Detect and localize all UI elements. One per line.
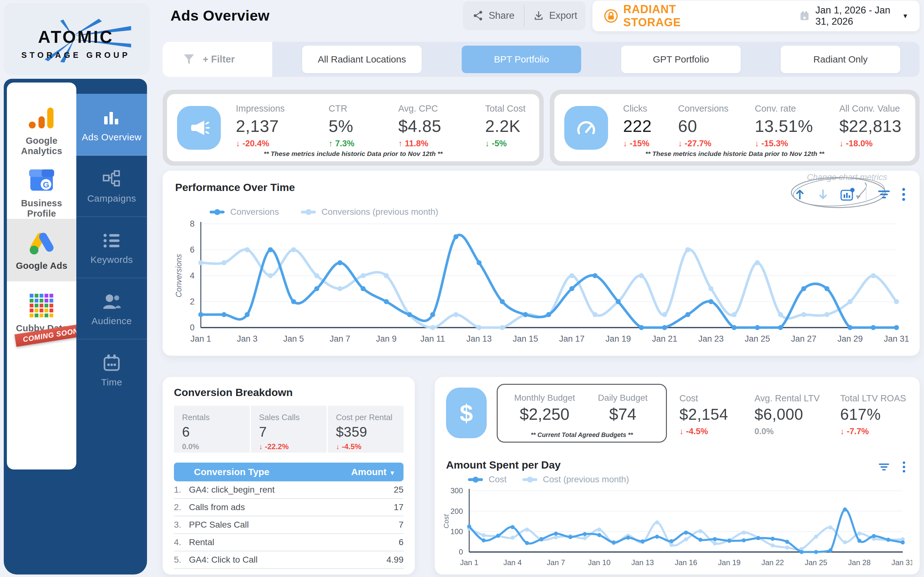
nav-item-keywords[interactable]: Keywords [76,216,147,278]
svg-text:2: 2 [190,297,195,306]
arrow-down-icon: ↓ [259,442,263,451]
filter-bpt-portfolio[interactable]: BPT Portfolio [462,46,581,73]
table-row[interactable]: 3.PPC Sales Call7 [174,516,404,534]
nav-item-ads-overview[interactable]: Ads Overview [76,94,147,156]
spend-chart-title: Amount Spent per Day [446,459,561,471]
kebab-menu-icon[interactable] [901,187,906,201]
brand-date-card: RADIANT STORAGE Jan 1, 2026 - Jan 31, 20… [593,1,920,31]
svg-text:G: G [43,180,49,189]
page-next-button[interactable]: › [399,574,404,577]
legend-cost-previous[interactable]: Cost (previous month) [522,474,629,485]
svg-text:200: 200 [451,507,463,516]
company-logo-card: ATOMIC STORAGE GROUP [4,3,150,75]
svg-text:Jan 19: Jan 19 [606,334,631,343]
report-nav: Ads Overview Campaigns Keywords Audience [76,79,147,574]
arrow-down-icon: ↓ [840,427,845,436]
chevron-down-icon[interactable]: ▼ [902,13,908,20]
legend-cost[interactable]: Cost [468,474,507,485]
svg-text:Jan 4: Jan 4 [503,558,522,567]
svg-text:Jan 13: Jan 13 [631,558,654,567]
date-range-selector[interactable]: Jan 1, 2026 - Jan 31, 2026 [816,5,902,27]
svg-text:STORAGE GROUP: STORAGE GROUP [21,51,130,60]
page-prev-button[interactable]: ‹ [380,574,385,577]
arrow-down-icon: ↓ [679,427,684,436]
svg-text:Jan 21: Jan 21 [652,334,677,343]
filter-radiant-only[interactable]: Radiant Only [781,46,900,73]
historic-data-footnote: ** These metrics include historic Data p… [167,150,539,158]
metric-clicks: Clicks 222 ↓ -15% [623,103,652,148]
sidebar: Google Analytics G Business Profile Goog… [4,79,147,574]
svg-text:Jan 19: Jan 19 [718,558,741,567]
table-header[interactable]: Conversion Type Amount ▼ [174,463,404,481]
budget-spend-card: $ Monthly Budget $2,250 Daily Budget $74… [435,377,920,574]
filter-lines-icon[interactable] [878,189,890,200]
metric-conversions: Conversions 60 ↓ -27.7% [678,103,729,148]
historic-data-footnote: ** These metrics include historic Data p… [554,150,915,158]
chart-legend: Conversions Conversions (previous month) [210,207,438,217]
performance-over-time-card: Performance Over Time Change chart metri… [163,171,920,356]
svg-text:Jan 22: Jan 22 [761,558,784,567]
brand-name: RADIANT STORAGE [624,3,709,29]
nav-item-campaigns[interactable]: Campaigns [76,155,147,217]
conversion-breakdown-card: Conversion Breakdown Rentals 6 0.0% Sale… [163,377,415,574]
divider [866,186,866,203]
svg-text:Jan 3: Jan 3 [237,334,257,343]
svg-text:Jan 25: Jan 25 [805,558,827,567]
metric-avg-rental-ltv: Avg. Rental LTV $6,000 0.0% [754,393,819,436]
sidebar-item-google-analytics[interactable]: Google Analytics [7,94,76,156]
budgets-footnote: ** Current Total Agreed Budgets ** [498,431,666,438]
kebab-menu-icon[interactable] [902,461,906,473]
legend-conversions[interactable]: Conversions [210,207,279,217]
sort-desc-icon: ▼ [389,469,396,476]
svg-text:Jan 16: Jan 16 [675,558,697,567]
megaphone-icon [177,106,221,150]
business-profile-icon: G [7,156,76,193]
filter-gpt-portfolio[interactable]: GPT Portfolio [621,46,741,73]
bar-chart-icon [76,94,147,126]
campaigns-flow-icon [76,155,147,187]
metric-avg-cpc: Avg. CPC $4.85 ↑ 11.8% [398,103,441,148]
stat-cost-per-rental: Cost per Rental $359 ↓ -4.5% [328,406,404,453]
svg-text:Jan 31: Jan 31 [884,334,909,343]
nav-item-time[interactable]: Time [76,339,147,400]
nav-item-audience[interactable]: Audience [76,277,147,340]
svg-text:Jan 13: Jan 13 [466,334,492,343]
svg-text:Jan 25: Jan 25 [745,334,770,343]
chart-toolbar [794,186,906,203]
export-button[interactable]: Export [525,1,586,30]
svg-text:Jan 1: Jan 1 [191,334,211,343]
table-row[interactable]: 1.GA4: click_begin_rent25 [174,481,404,499]
table-row[interactable]: 5.GA4: Click to Call4.99 [174,551,404,569]
sort-down-icon[interactable] [817,188,829,201]
metric-total-ltv-roas: Total LTV ROAS 617% ↓ -7.7% [840,393,906,436]
svg-text:Jan 17: Jan 17 [559,334,585,343]
sidebar-item-business-profile[interactable]: G Business Profile [7,156,76,219]
time-calendar-icon [76,339,147,371]
daily-budget: Daily Budget $74 [591,393,654,424]
sidebar-item-google-ads[interactable]: Google Ads [7,219,76,281]
table-row[interactable]: 2.Calls from ads17 [174,499,404,516]
google-ads-icon [7,219,76,256]
svg-text:Jan 1: Jan 1 [460,558,478,567]
data-source-column: Google Analytics G Business Profile Goog… [7,82,76,469]
table-row[interactable]: 4.Rental6 [174,534,404,551]
svg-text:Jan 27: Jan 27 [791,334,816,343]
dashboard: ATOMIC STORAGE GROUP Google Analytics G … [0,0,924,577]
chart-title: Performance Over Time [175,181,295,193]
metric-impressions: Impressions 2,137 ↓ -20.4% [236,103,284,148]
calendar-icon [800,9,809,23]
add-filter-button[interactable]: + Filter [163,42,272,77]
arrow-up-icon: ↑ [398,139,402,148]
dollar-icon: $ [446,388,487,438]
metric-ctr: CTR 5% ↑ 7.3% [329,103,355,148]
sort-up-icon[interactable] [794,188,806,201]
legend-conversions-previous[interactable]: Conversions (previous month) [301,207,439,217]
chart-settings-icon[interactable] [840,187,855,201]
share-export-group: Share Export [463,1,586,30]
filter-lines-icon[interactable] [878,462,890,472]
spend-chart-toolbar [878,461,906,473]
atomic-starburst-logo: ATOMIC STORAGE GROUP [10,16,144,63]
filter-all-radiant-locations[interactable]: All Radiant Locations [302,46,422,73]
share-button[interactable]: Share [463,1,524,30]
share-icon [472,10,484,21]
